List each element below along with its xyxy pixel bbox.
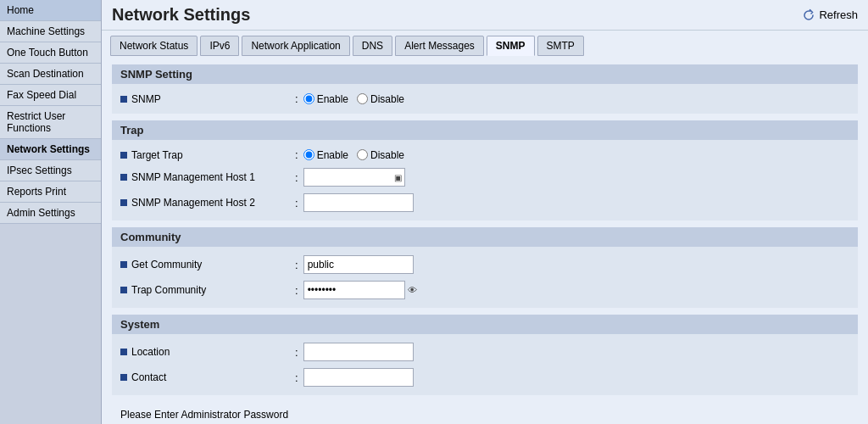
sidebar-item-one-touch-button[interactable]: One Touch Button [0,42,101,64]
target-trap-enable-radio[interactable] [303,149,314,160]
trap-community-bullet [120,287,127,293]
tab-alert-messages[interactable]: Alert Messages [395,36,484,56]
tab-smtp[interactable]: SMTP [537,36,584,56]
target-trap-label: Target Trap [120,149,290,161]
snmp-label-text: SNMP [131,93,161,105]
trap-section: Trap Target Trap : Enable Disable [112,120,858,220]
snmp-enable-label[interactable]: Enable [303,93,348,105]
tab-snmp[interactable]: SNMP [487,36,535,56]
tab-dns[interactable]: DNS [353,36,392,56]
target-trap-disable-radio[interactable] [357,149,368,160]
password-section: Please Enter Administrator Password 👁 [112,404,858,424]
snmp-setting-header: SNMP Setting [112,64,858,84]
refresh-icon [802,8,815,22]
get-community-row: Get Community : [120,252,849,277]
target-trap-bullet [120,152,127,159]
snmp-setting-body: SNMP : Enable Disable [112,84,858,114]
snmp-host1-label-text: SNMP Management Host 1 [131,171,255,183]
sidebar-item-admin-settings[interactable]: Admin Settings [0,203,101,224]
eye-icon[interactable]: 👁 [408,285,417,295]
get-community-label: Get Community [120,259,290,271]
snmp-enable-radio[interactable] [303,93,314,104]
tab-network-application[interactable]: Network Application [242,36,349,56]
contact-bullet [120,374,127,381]
sidebar-item-network-settings[interactable]: Network Settings [0,139,101,160]
snmp-host2-label: SNMP Management Host 2 [120,197,290,209]
target-trap-radio-group: Enable Disable [303,149,404,161]
trap-community-input[interactable] [303,281,405,299]
main-content: Network Settings Refresh Network StatusI… [102,0,868,424]
snmp-host2-bullet [120,199,127,206]
contact-label-text: Contact [131,371,166,383]
snmp-disable-radio[interactable] [357,93,368,104]
contact-input[interactable] [303,368,414,387]
contact-label: Contact [120,371,290,383]
snmp-host1-bullet [120,174,127,181]
snmp-field-row: SNMP : Enable Disable [120,89,849,109]
tab-ipv6[interactable]: IPv6 [200,36,239,56]
location-bullet [120,349,127,355]
trap-header: Trap [112,120,858,140]
trap-community-row: Trap Community : 👁 [120,277,849,303]
snmp-disable-label[interactable]: Disable [357,93,404,105]
trap-community-input-wrap: 👁 [303,281,417,299]
snmp-host1-input-wrap: ▣ [303,168,405,187]
get-community-bullet [120,261,127,268]
location-label-text: Location [131,346,170,358]
snmp-host1-input-box[interactable]: ▣ [303,168,405,187]
sidebar-item-restrict-user-functions[interactable]: Restrict User Functions [0,106,101,139]
content-area: SNMP Setting SNMP : Enable Disable [102,56,868,424]
sidebar-item-fax-speed-dial[interactable]: Fax Speed Dial [0,85,101,106]
location-label: Location [120,346,290,358]
trap-body: Target Trap : Enable Disable [112,140,858,220]
community-body: Get Community : Trap Community : 👁 [112,247,858,308]
page-title: Network Settings [112,5,250,25]
community-section: Community Get Community : Trap Community [112,227,858,308]
system-header: System [112,315,858,334]
snmp-host1-label: SNMP Management Host 1 [120,171,290,183]
contact-row: Contact : [120,365,849,390]
snmp-setting-section: SNMP Setting SNMP : Enable Disable [112,64,858,114]
target-trap-disable-label[interactable]: Disable [357,149,404,161]
snmp-host2-input[interactable] [303,193,414,212]
target-trap-enable-label[interactable]: Enable [303,149,348,161]
page-header: Network Settings Refresh [102,0,868,31]
sidebar-item-home[interactable]: Home [0,0,101,21]
get-community-input[interactable] [303,255,414,274]
target-trap-row: Target Trap : Enable Disable [120,145,849,165]
snmp-bullet [120,96,127,103]
refresh-label: Refresh [819,8,858,21]
refresh-button[interactable]: Refresh [802,8,858,22]
snmp-label: SNMP [120,93,290,105]
sidebar: HomeMachine SettingsOne Touch ButtonScan… [0,0,102,424]
sidebar-item-reports-print[interactable]: Reports Print [0,181,101,203]
location-row: Location : [120,339,849,365]
sidebar-item-ipsec-settings[interactable]: IPsec Settings [0,160,101,181]
trap-community-label-text: Trap Community [131,284,206,296]
sidebar-item-machine-settings[interactable]: Machine Settings [0,21,101,42]
tab-network-status[interactable]: Network Status [110,36,198,56]
password-label: Please Enter Administrator Password [120,409,849,421]
sidebar-item-scan-destination[interactable]: Scan Destination [0,64,101,85]
snmp-host2-row: SNMP Management Host 2 : [120,190,849,215]
calendar-icon: ▣ [394,173,402,182]
snmp-host2-label-text: SNMP Management Host 2 [131,197,255,209]
snmp-radio-group: Enable Disable [303,93,404,105]
tab-bar: Network StatusIPv6Network ApplicationDNS… [102,31,868,56]
system-section: System Location : Contact : [112,315,858,395]
community-header: Community [112,227,858,247]
get-community-label-text: Get Community [131,259,202,271]
system-body: Location : Contact : [112,334,858,395]
target-trap-label-text: Target Trap [131,149,183,161]
snmp-colon: : [295,92,298,105]
location-input[interactable] [303,343,414,361]
trap-community-label: Trap Community [120,284,290,296]
snmp-host1-row: SNMP Management Host 1 : ▣ [120,165,849,190]
